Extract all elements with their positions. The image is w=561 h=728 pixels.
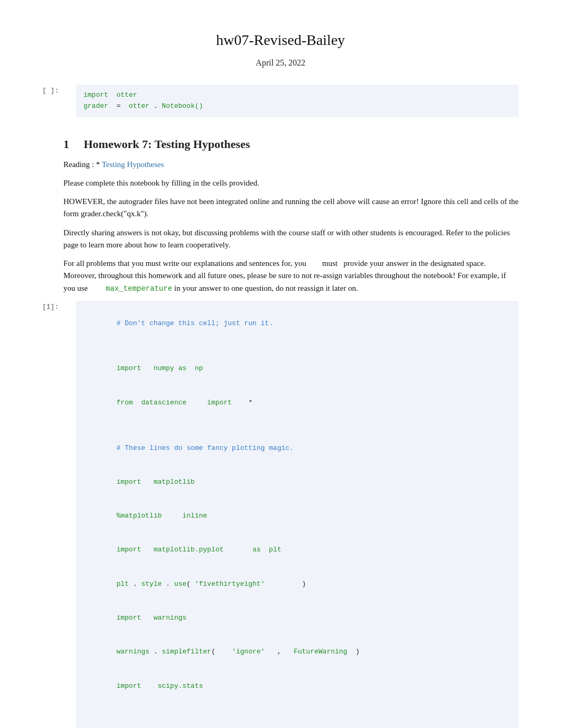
code-from-datascience: from datascience import *: [83, 385, 511, 419]
code-blank-3: [83, 703, 511, 714]
code-commented-import: #import otter: [83, 725, 511, 728]
cell-label-2: [1]:: [42, 301, 76, 311]
paragraph-3: Directly sharing answers is not okay, bu…: [63, 227, 519, 252]
paragraph-1: Please complete this notebook by filling…: [63, 177, 519, 189]
code-cell-1: [ ]: import otter grader = otter . Noteb…: [42, 85, 519, 117]
section-number: 1: [63, 137, 69, 151]
code-magic-matplotlib: %matplotlib inline: [83, 499, 511, 533]
code-warnings-filter: warnings . simplefilter( 'ignore' , Futu…: [83, 635, 511, 669]
cell-code-1[interactable]: import otter grader = otter . Notebook(): [76, 85, 519, 117]
code-import-pyplot: import matplotlib.pyplot as plt: [83, 533, 511, 567]
section-heading: 1 Homework 7: Testing Hypotheses: [63, 137, 519, 151]
page-date: April 25, 2022: [42, 58, 519, 68]
code-blank: [83, 340, 511, 352]
paragraph-2: HOWEVER, the autograder files have not b…: [63, 196, 519, 220]
code-import-matplotlib: import matplotlib: [83, 465, 511, 499]
reading-line: Reading : * Testing Hypotheses: [63, 159, 519, 171]
code-blank-2: [83, 420, 511, 431]
code-import-scipy: import scipy.stats: [83, 669, 511, 703]
code-comment-plot: # These lines do some fancy plotting mag…: [83, 431, 511, 465]
reading-colon: : *: [92, 160, 102, 169]
code-cell-2: [1]: # Don't change this cell; just run …: [42, 301, 519, 728]
code-comment: # Don't change this cell; just run it.: [83, 306, 511, 340]
page: hw07-Revised-Bailey April 25, 2022 [ ]: …: [0, 0, 561, 728]
code-import-numpy: import numpy as np: [83, 352, 511, 385]
section-title: Homework 7: Testing Hypotheses: [84, 137, 250, 151]
code-plt-style: plt . style . use( 'fivethirtyeight' ): [83, 567, 511, 601]
cell-label-1: [ ]:: [42, 85, 76, 95]
code-line: import otter: [83, 90, 511, 101]
cell-code-2[interactable]: # Don't change this cell; just run it. i…: [76, 301, 519, 728]
reading-link[interactable]: Testing Hypotheses: [102, 160, 164, 169]
code-line: grader = otter . Notebook(): [83, 101, 511, 112]
page-title: hw07-Revised-Bailey: [42, 32, 519, 49]
reading-label: Reading: [63, 160, 90, 169]
code-blank-4: [83, 714, 511, 725]
code-import-warnings: import warnings: [83, 601, 511, 635]
paragraph-4: For all problems that you must write our…: [63, 257, 519, 294]
